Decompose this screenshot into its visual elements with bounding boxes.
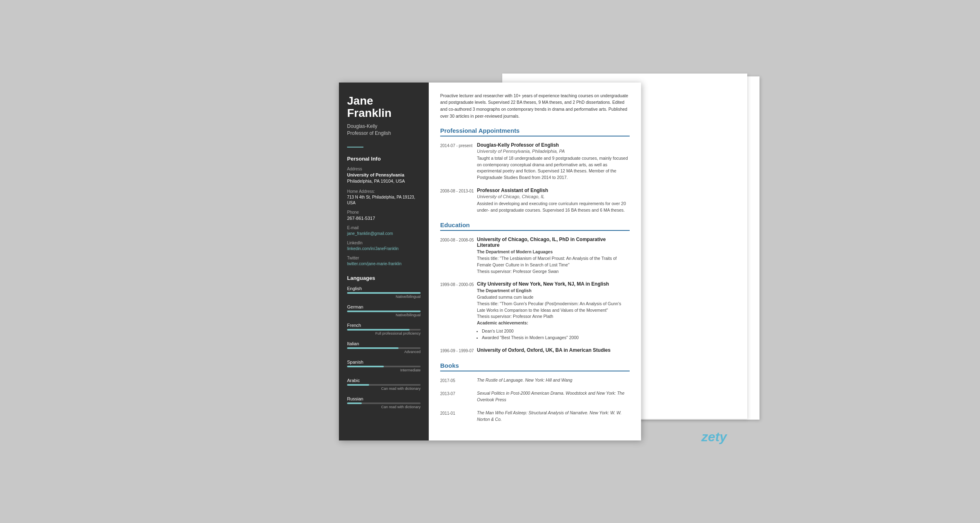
lang-bar-bg	[347, 366, 421, 367]
phone-value: 267-861-5317	[347, 215, 421, 221]
entry-body: University of Chicago, Chicago, IL, PhD …	[477, 237, 630, 275]
book-text: Sexual Politics in Post-2000 American Dr…	[477, 390, 630, 403]
edu-dept: The Department of English	[477, 288, 630, 294]
entry-date: 2017-05	[440, 377, 477, 384]
edu-achievements-label: Academic achievements:	[477, 320, 630, 326]
book-entry: 2013-07 Sexual Politics in Post-2000 Ame…	[440, 390, 630, 403]
edu-thesis-title: Thesis title: "The Lesbianism of Marcel …	[477, 255, 630, 268]
linkedin-label: LinkedIn	[347, 241, 421, 245]
appointment-entry: 2008-08 - 2013-01 Professor Assistant of…	[440, 188, 630, 214]
edu-dept: The Department of Modern Laguages	[477, 249, 630, 255]
twitter-block: Twitter twitter.com/jane-marie-franklin	[347, 256, 421, 267]
education-entry: 1999-08 - 2000-05 City University of New…	[440, 281, 630, 341]
sidebar: Jane Franklin Douglas-Kelly Professor of…	[339, 83, 429, 441]
edu-title: University of Chicago, Chicago, IL, PhD …	[477, 237, 630, 248]
sidebar-divider	[347, 147, 363, 148]
lang-level: Intermediate	[347, 368, 421, 372]
entry-date: 2014-07 - present	[440, 142, 477, 181]
edu-achievements: Dean's List 2000Awarded "Best Thesis in …	[482, 328, 630, 341]
achievement-item: Dean's List 2000	[482, 328, 630, 335]
edu-thesis-supervisor: Thesis supervisor: Professor George Swan	[477, 268, 630, 275]
first-name: Jane	[347, 94, 373, 107]
last-name: Franklin	[347, 107, 392, 119]
language-item: German Native/bilingual	[347, 304, 421, 317]
education-entry: 1996-09 - 1999-07 University of Oxford, …	[440, 347, 630, 354]
lang-bar-fill	[347, 366, 384, 367]
entry-body: University of Oxford, Oxford, UK, BA in …	[477, 347, 630, 354]
education-title: Education	[440, 221, 630, 231]
lang-level: Native/bilingual	[347, 313, 421, 317]
entry-body: The Man Who Fell Asleep: Structural Anal…	[477, 410, 630, 423]
email-label: E-mail	[347, 226, 421, 230]
edu-title: City University of New York, New York, N…	[477, 281, 630, 287]
entry-date: 2013-07	[440, 390, 477, 403]
entry-title: Douglas-Kelly Professor of English	[477, 142, 630, 148]
book-entry: 2017-05 The Rustle of Language. New York…	[440, 377, 630, 384]
main-content: Proactive lecturer and researcher with 1…	[429, 83, 641, 441]
appointment-entry: 2014-07 - present Douglas-Kelly Professo…	[440, 142, 630, 181]
entry-subtitle: University of Chicago, Chicago, IL	[477, 194, 630, 199]
lang-bar-bg	[347, 347, 421, 349]
lang-bar-fill	[347, 292, 421, 294]
lang-name: Arabic	[347, 378, 421, 383]
edu-thesis-supervisor: Thesis supervisor: Professor Anne Plath	[477, 313, 630, 320]
education-section: Education 2000-08 - 2008-05 University o…	[440, 221, 630, 354]
lang-name: French	[347, 323, 421, 328]
language-item: Russian Can read with dictionary	[347, 396, 421, 409]
entry-body: Professor Assistant of English Universit…	[477, 188, 630, 214]
lang-name: Italian	[347, 341, 421, 346]
entry-body: City University of New York, New York, N…	[477, 281, 630, 341]
linkedin-value: linkedin.com/in/JaneFranklin	[347, 246, 421, 252]
language-item: Spanish Intermediate	[347, 360, 421, 372]
email-block: E-mail jane_franklin@gmail.com	[347, 226, 421, 237]
lang-bar-bg	[347, 402, 421, 404]
lang-bar-bg	[347, 292, 421, 294]
book-text: The Man Who Fell Asleep: Structural Anal…	[477, 410, 630, 423]
lang-bar-bg	[347, 384, 421, 386]
entry-date: 2000-08 - 2008-05	[440, 237, 477, 275]
summary: Proactive lecturer and researcher with 1…	[440, 92, 630, 120]
job-title: Douglas-Kelly Professor of English	[347, 123, 421, 137]
education-entry: 2000-08 - 2008-05 University of Chicago,…	[440, 237, 630, 275]
entry-description: Taught a total of 18 undergraduate and 9…	[477, 155, 630, 181]
entry-body: Sexual Politics in Post-2000 American Dr…	[477, 390, 630, 403]
entry-body: Douglas-Kelly Professor of English Unive…	[477, 142, 630, 181]
twitter-value: twitter.com/jane-marie-franklin	[347, 261, 421, 267]
name: Jane Franklin	[347, 95, 421, 120]
entry-title: Professor Assistant of English	[477, 188, 630, 193]
lang-bar-fill	[347, 347, 399, 349]
book-entry: 2011-01 The Man Who Fell Asleep: Structu…	[440, 410, 630, 423]
lang-name: German	[347, 304, 421, 309]
address-value: University of Pennsylvania Philadelphia,…	[347, 172, 421, 185]
professional-appointments-section: Professional Appointments 2014-07 - pres…	[440, 127, 630, 214]
lang-bar-fill	[347, 384, 369, 386]
lang-level: Advanced	[347, 350, 421, 354]
appointments-list: 2014-07 - present Douglas-Kelly Professo…	[440, 142, 630, 214]
lang-bar-bg	[347, 311, 421, 312]
edu-title: University of Oxford, Oxford, UK, BA in …	[477, 347, 630, 353]
home-address-value: Home Address: 713 N 4th St, Philadelphia…	[347, 189, 421, 206]
edu-thesis-title: Thesis title: "Thom Gunn's Peculiar (Pos…	[477, 301, 630, 314]
address-label: Address	[347, 167, 421, 171]
lang-name: Spanish	[347, 360, 421, 364]
lang-level: Full professional proficiency	[347, 331, 421, 335]
phone-label: Phone	[347, 210, 421, 215]
lang-name: Russian	[347, 396, 421, 401]
edu-graduated: Graduated summa cum laude	[477, 294, 630, 301]
lang-bar-fill	[347, 329, 410, 331]
entry-description: Assisted in developing and executing cor…	[477, 201, 630, 214]
lang-level: Native/bilingual	[347, 295, 421, 299]
lang-bar-bg	[347, 329, 421, 331]
entry-date: 2008-08 - 2013-01	[440, 188, 477, 214]
entry-subtitle: University of Pennsylvania, Philadelphia…	[477, 149, 630, 154]
linkedin-block: LinkedIn linkedin.com/in/JaneFranklin	[347, 241, 421, 252]
page-wrapper: Regan, Houndmills, d., 2015. es: The Man…	[245, 70, 735, 453]
lang-bar-fill	[347, 311, 421, 312]
address-block: Address University of Pennsylvania Phila…	[347, 167, 421, 206]
achievement-item: Awarded "Best Thesis in Modern Languages…	[482, 335, 630, 341]
personal-info-label: Personal Info	[347, 156, 421, 162]
entry-body: The Rustle of Language. New York: Hill a…	[477, 377, 630, 384]
language-item: Italian Advanced	[347, 341, 421, 354]
languages-label: Languages	[347, 275, 421, 281]
books-list: 2017-05 The Rustle of Language. New York…	[440, 377, 630, 422]
